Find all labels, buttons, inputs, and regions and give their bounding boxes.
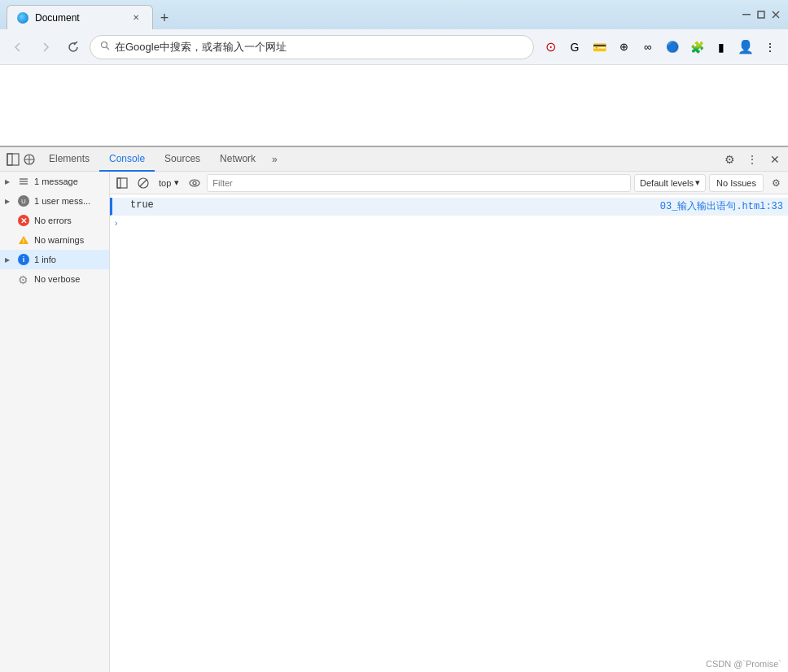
devtools-more-button[interactable]: ⋮ [742, 150, 762, 169]
sidebar-arrow-info: ▶ [5, 256, 13, 264]
console-sidebar-toggle[interactable] [113, 174, 131, 192]
svg-point-20 [190, 180, 199, 186]
sidebar-label-warnings: No warnings [34, 235, 84, 245]
sidebar-item-user-message[interactable]: ▶ U 1 user mess... [0, 191, 109, 211]
console-settings-button[interactable]: ⚙ [767, 174, 785, 192]
svg-rect-17 [117, 178, 127, 188]
opera-features-icon[interactable]: ∞ [637, 36, 659, 59]
no-issues-button[interactable]: No Issues [709, 174, 764, 192]
tab-favicon [17, 12, 28, 24]
context-arrow: ▾ [174, 177, 179, 188]
entry-text: true [130, 199, 660, 211]
svg-rect-16 [117, 178, 120, 188]
svg-rect-1 [758, 11, 764, 18]
console-context-selector[interactable]: top ▾ [155, 177, 182, 188]
filter-input[interactable] [207, 174, 631, 192]
console-prompt: › [110, 216, 788, 230]
console-entry-true: true 03_输入输出语句.html:33 [110, 198, 788, 216]
svg-text:!: ! [23, 238, 24, 244]
devtools-tab-bar: Elements Console Sources Network » ⚙ ⋮ ✕ [0, 147, 788, 172]
menu-button[interactable]: ⋮ [759, 36, 781, 59]
devtools-dock-icon[interactable] [7, 153, 20, 166]
tab-sources[interactable]: Sources [155, 147, 210, 172]
address-bar[interactable]: 在Google中搜索，或者输入一个网址 [90, 35, 534, 59]
console-clear-button[interactable] [134, 174, 152, 192]
devtools-panel: Elements Console Sources Network » ⚙ ⋮ ✕ [0, 146, 788, 672]
sidebar-label-errors: No errors [34, 216, 72, 225]
default-levels-dropdown[interactable]: Default levels ▾ [634, 174, 706, 192]
page-content [0, 65, 788, 146]
devtools-close-button[interactable]: ✕ [765, 150, 785, 169]
profile-icon[interactable]: 👤 [734, 36, 757, 59]
back-button[interactable] [7, 36, 29, 59]
tab-bar: Document ✕ + [7, 0, 734, 29]
svg-rect-0 [742, 14, 751, 15]
info-icon: i [18, 254, 29, 265]
sidebar-label-verbose: No verbose [34, 274, 80, 284]
svg-rect-6 [7, 154, 12, 165]
close-button[interactable] [770, 9, 781, 20]
console-main: top ▾ Default levels ▾ No Issues ⚙ [110, 172, 788, 672]
nav-right-icons: ⊙ G 💳 ⊕ ∞ 🔵 🧩 ▮ 👤 ⋮ [539, 36, 781, 59]
maximize-button[interactable] [755, 9, 767, 20]
address-text: 在Google中搜索，或者输入一个网址 [115, 40, 523, 55]
tab-title: Document [35, 12, 80, 24]
watermark: CSDN @`Promise` [706, 659, 781, 669]
active-tab[interactable]: Document ✕ [7, 5, 153, 29]
sidebar-item-info[interactable]: ▶ i 1 info [0, 250, 109, 269]
prompt-arrow: › [115, 219, 117, 228]
devtools-settings-button[interactable]: ⚙ [720, 150, 739, 169]
sidebar-arrow-message: ▶ [5, 178, 13, 185]
vpn-icon[interactable]: ⊕ [612, 36, 635, 59]
wallet-icon[interactable]: 💳 [588, 36, 611, 59]
warning-icon: ! [18, 234, 29, 246]
new-tab-button[interactable]: + [153, 7, 176, 29]
list-icon [18, 176, 29, 187]
sidebar-item-warnings[interactable]: ▶ ! No warnings [0, 230, 109, 250]
refresh-button[interactable] [62, 36, 85, 59]
forward-button[interactable] [34, 36, 57, 59]
svg-point-4 [102, 42, 107, 48]
sidebar-item-errors[interactable]: ▶ ✕ No errors [0, 211, 109, 230]
entry-source[interactable]: 03_输入输出语句.html:33 [660, 199, 783, 213]
sidebar-item-verbose[interactable]: ▶ ⚙ No verbose [0, 269, 109, 289]
console-eye-button[interactable] [186, 174, 204, 192]
context-label: top [159, 178, 171, 188]
title-bar: Document ✕ + [0, 0, 788, 29]
sidebar-icon[interactable]: ▮ [710, 36, 733, 59]
svg-rect-7 [7, 154, 19, 165]
svg-point-21 [193, 181, 196, 185]
more-tabs-button[interactable]: » [265, 154, 284, 165]
devtools-body: ▶ 1 message ▶ U 1 user mess... ▶ ✕ No er… [0, 172, 788, 672]
svg-line-19 [140, 180, 147, 186]
tab-close-button[interactable]: ✕ [129, 11, 142, 24]
search-icon [100, 41, 110, 53]
console-toolbar: top ▾ Default levels ▾ No Issues ⚙ [110, 172, 788, 194]
sidebar-item-message[interactable]: ▶ 1 message [0, 172, 109, 191]
nav-bar: 在Google中搜索，或者输入一个网址 ⊙ G 💳 ⊕ ∞ 🔵 🧩 ▮ 👤 ⋮ [0, 29, 788, 65]
verbose-icon: ⚙ [18, 273, 29, 285]
sidebar-label-user: 1 user mess... [34, 196, 90, 206]
svg-line-5 [107, 47, 110, 50]
error-icon: ✕ [18, 215, 29, 226]
extensions-icon[interactable]: 🧩 [685, 36, 708, 59]
google-icon[interactable]: G [563, 36, 586, 59]
user-icon: U [18, 195, 29, 207]
sidebar-arrow-user: ▶ [5, 198, 13, 205]
opera-icon[interactable]: ⊙ [539, 36, 562, 59]
devtools-inspect-icon[interactable] [23, 153, 36, 166]
tab-elements[interactable]: Elements [39, 147, 99, 172]
sidebar-label-info: 1 info [34, 255, 56, 264]
news-icon[interactable]: 🔵 [661, 36, 684, 59]
window-controls [741, 9, 781, 20]
tab-console[interactable]: Console [99, 147, 155, 172]
devtools-actions: ⚙ ⋮ ✕ [720, 150, 785, 169]
console-sidebar: ▶ 1 message ▶ U 1 user mess... ▶ ✕ No er… [0, 172, 110, 672]
sidebar-label-message: 1 message [34, 177, 78, 186]
minimize-button[interactable] [741, 9, 752, 20]
console-output: true 03_输入输出语句.html:33 › [110, 194, 788, 672]
tab-network[interactable]: Network [210, 147, 265, 172]
